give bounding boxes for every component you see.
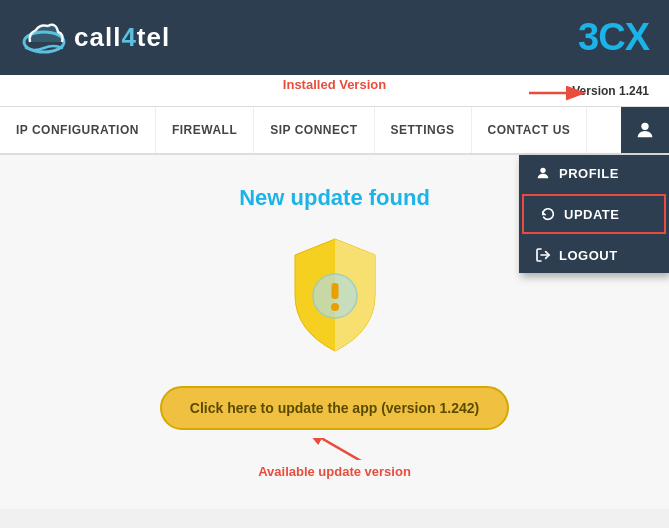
- nav-sip-connect[interactable]: SIP CONNECT: [254, 107, 374, 153]
- user-icon: [634, 119, 656, 141]
- dropdown-menu: PROFILE UPDATE LOGOUT: [519, 155, 669, 273]
- nav-firewall[interactable]: FIREWALL: [156, 107, 254, 153]
- version-banner: Installed Version Version 1.241: [0, 75, 669, 107]
- logout-icon: [535, 247, 551, 263]
- available-arrow: [295, 438, 375, 460]
- svg-point-3: [540, 168, 545, 173]
- svg-line-8: [309, 438, 363, 460]
- shield-icon-container: [275, 231, 395, 361]
- nav-ip-configuration[interactable]: IP CONFIGURATION: [0, 107, 156, 153]
- logo-icon: [20, 14, 68, 62]
- header: call4tel 3CX: [0, 0, 669, 75]
- svg-point-2: [641, 123, 648, 130]
- dropdown-update[interactable]: UPDATE: [522, 194, 666, 234]
- new-update-title: New update found: [239, 185, 430, 211]
- available-version-label: Available update version: [258, 464, 411, 479]
- brand-3cx: 3CX: [578, 16, 649, 59]
- profile-icon: [535, 165, 551, 181]
- installed-version-annotation: Installed Version: [283, 77, 386, 92]
- nav-contact-us[interactable]: CONTACT US: [472, 107, 588, 153]
- nav-bar: IP CONFIGURATION FIREWALL SIP CONNECT SE…: [0, 107, 669, 155]
- shield-icon: [275, 231, 395, 361]
- dropdown-profile[interactable]: PROFILE: [519, 155, 669, 191]
- available-annotation-area: Available update version: [258, 438, 411, 479]
- dropdown-logout[interactable]: LOGOUT: [519, 237, 669, 273]
- nav-settings[interactable]: SETTINGS: [375, 107, 472, 153]
- svg-rect-6: [331, 283, 338, 299]
- nav-user-button[interactable]: [621, 107, 669, 153]
- installed-arrow: [529, 79, 589, 101]
- update-button[interactable]: Click here to update the app (version 1.…: [160, 386, 509, 430]
- svg-point-7: [331, 303, 339, 311]
- logo-area: call4tel: [20, 14, 170, 62]
- logo-text: call4tel: [74, 22, 170, 53]
- refresh-icon: [540, 206, 556, 222]
